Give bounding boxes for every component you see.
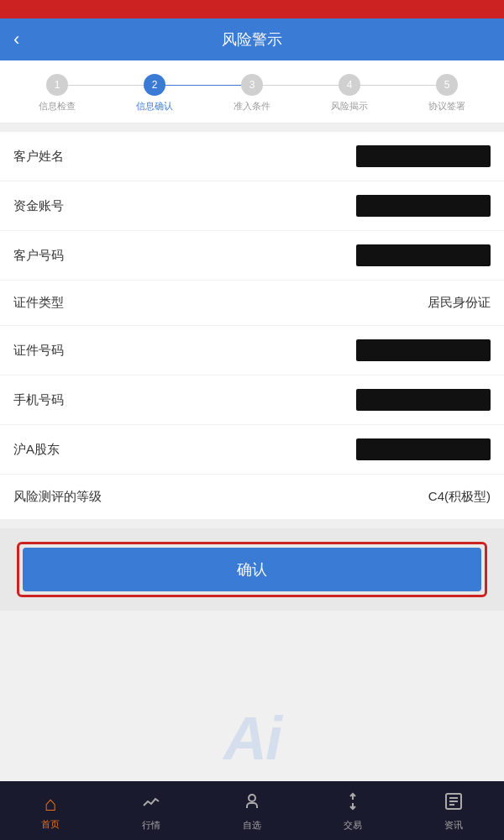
form-row-shareholder: 沪A股东 xyxy=(0,425,504,475)
step-4: 4 风险揭示 xyxy=(301,74,398,113)
news-icon xyxy=(444,791,464,816)
value-risk-level: C4(积极型) xyxy=(428,489,491,505)
nav-item-trade[interactable]: 交易 xyxy=(302,781,403,840)
nav-label-market: 行情 xyxy=(142,819,160,832)
step-4-circle: 4 xyxy=(339,74,360,96)
step-4-label: 风险揭示 xyxy=(331,100,368,113)
label-customer-name: 客户姓名 xyxy=(13,149,64,165)
label-phone: 手机号码 xyxy=(13,392,64,408)
form-row-phone: 手机号码 xyxy=(0,375,504,425)
label-account: 资金账号 xyxy=(13,198,64,214)
step-2-circle: 2 xyxy=(144,74,165,96)
label-shareholder: 沪A股东 xyxy=(13,442,60,458)
nav-item-news[interactable]: 资讯 xyxy=(403,781,504,840)
nav-label-watchlist: 自选 xyxy=(243,819,261,832)
button-area: 确认 xyxy=(0,528,504,611)
nav-label-news: 资讯 xyxy=(444,819,463,832)
value-id-number-redacted xyxy=(356,339,491,361)
label-id-type: 证件类型 xyxy=(13,295,64,311)
step-5-circle: 5 xyxy=(436,74,458,96)
form: 客户姓名 资金账号 客户号码 证件类型 居民身份证 证件号码 手机号码 沪A股东… xyxy=(0,132,504,520)
step-1: 1 信息检查 xyxy=(8,74,106,113)
bottom-nav: ⌂ 首页 行情 自选 交易 xyxy=(0,781,504,840)
form-row-id-type: 证件类型 居民身份证 xyxy=(0,281,504,326)
label-id-number: 证件号码 xyxy=(13,343,64,359)
nav-item-watchlist[interactable]: 自选 xyxy=(202,781,302,840)
value-customer-id-redacted xyxy=(356,244,491,266)
step-3-label: 准入条件 xyxy=(234,100,270,113)
step-2-label: 信息确认 xyxy=(136,100,173,113)
value-shareholder-redacted xyxy=(356,438,491,460)
label-risk-level: 风险测评的等级 xyxy=(13,489,102,505)
step-5: 5 协议签署 xyxy=(398,74,496,113)
page-title: 风险警示 xyxy=(222,29,282,50)
label-customer-id: 客户号码 xyxy=(13,248,64,264)
step-1-circle: 1 xyxy=(46,74,68,96)
step-1-label: 信息检查 xyxy=(39,100,76,113)
watchlist-icon xyxy=(242,791,262,816)
value-phone-redacted xyxy=(356,389,491,411)
confirm-button[interactable]: 确认 xyxy=(23,548,481,591)
confirm-btn-wrapper: 确认 xyxy=(17,542,487,597)
steps-progress: 1 信息检查 2 信息确认 3 准入条件 4 风险揭示 5 协议签署 xyxy=(0,60,504,123)
step-3: 3 准入条件 xyxy=(203,74,301,113)
status-bar xyxy=(0,0,504,18)
value-account-redacted xyxy=(356,195,491,217)
form-row-customer-name: 客户姓名 xyxy=(0,132,504,181)
value-id-type: 居民身份证 xyxy=(428,295,491,311)
nav-label-trade: 交易 xyxy=(344,819,362,832)
back-button[interactable]: ‹ xyxy=(13,29,19,50)
market-icon xyxy=(141,791,161,816)
form-row-account: 资金账号 xyxy=(0,181,504,231)
step-2: 2 信息确认 xyxy=(106,74,203,113)
form-row-risk-level: 风险测评的等级 C4(积极型) xyxy=(0,475,504,520)
form-row-customer-id: 客户号码 xyxy=(0,231,504,281)
svg-point-0 xyxy=(249,795,255,801)
step-5-label: 协议签署 xyxy=(428,100,465,113)
form-row-id-number: 证件号码 xyxy=(0,326,504,375)
ai-watermark: Ai xyxy=(223,704,281,773)
trade-icon xyxy=(343,791,363,816)
nav-item-market[interactable]: 行情 xyxy=(101,781,202,840)
nav-label-home: 首页 xyxy=(41,818,60,831)
home-icon: ⌂ xyxy=(45,792,57,816)
nav-item-home[interactable]: ⌂ 首页 xyxy=(0,781,101,840)
value-customer-name-redacted xyxy=(356,145,491,167)
step-3-circle: 3 xyxy=(241,74,263,96)
header: ‹ 风险警示 xyxy=(0,18,504,60)
